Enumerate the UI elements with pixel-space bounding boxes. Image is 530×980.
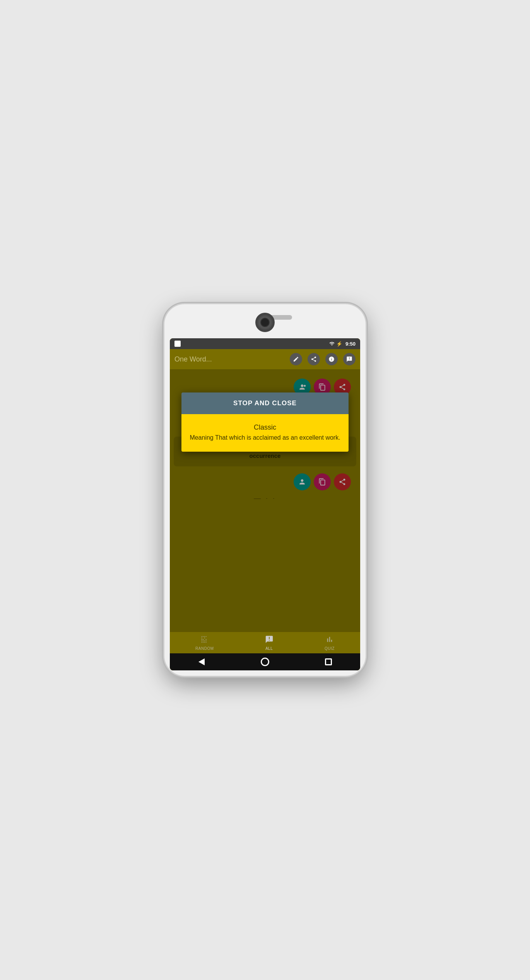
home-icon (261, 658, 269, 666)
toolbar-icons (290, 353, 356, 365)
dialog-box: STOP AND CLOSE Classic Meaning That whic… (181, 392, 349, 452)
back-button[interactable] (195, 656, 208, 668)
random-icon (200, 635, 209, 646)
nav-quiz[interactable]: QUIZ (325, 635, 335, 651)
quiz-icon (325, 635, 334, 646)
app-title: One Word... (174, 355, 290, 363)
status-icons: ⚡ 9:50 (329, 341, 356, 347)
dialog-body: Classic Meaning That which is acclaimed … (181, 414, 349, 452)
edit-icon[interactable] (290, 353, 302, 365)
nav-all[interactable]: ALL (265, 635, 274, 651)
all-icon (265, 635, 274, 646)
phone-frame: ⚡ 9:50 One Word... (164, 304, 366, 676)
home-button[interactable] (259, 656, 271, 668)
stop-close-button[interactable]: STOP AND CLOSE (233, 399, 297, 407)
main-content: Classic Meaning T... STOP AND CLOSE Clas… (170, 369, 360, 632)
status-bar: ⚡ 9:50 (170, 338, 360, 349)
back-icon (198, 658, 205, 665)
nav-all-label: ALL (265, 646, 273, 651)
recents-button[interactable] (322, 656, 335, 668)
android-icon (174, 341, 181, 347)
nav-random[interactable]: RANDOM (195, 635, 214, 651)
dialog-word: Classic (188, 423, 343, 432)
dialog-header[interactable]: STOP AND CLOSE (181, 392, 349, 414)
battery-icon: ⚡ (336, 341, 342, 347)
recents-icon (325, 658, 332, 665)
nav-quiz-label: QUIZ (325, 646, 335, 651)
dialog-definition: Meaning That which is acclaimed as an ex… (188, 433, 343, 442)
phone-screen: ⚡ 9:50 One Word... (170, 338, 360, 670)
status-time: 9:50 (345, 341, 356, 347)
bottom-nav: RANDOM ALL QUIZ (170, 632, 360, 653)
share-icon[interactable] (308, 353, 320, 365)
nav-random-label: RANDOM (195, 646, 214, 651)
info-icon[interactable] (325, 353, 338, 365)
message-icon[interactable] (343, 353, 356, 365)
app-toolbar: One Word... (170, 349, 360, 369)
signal-icon (329, 341, 335, 346)
camera (255, 313, 275, 332)
system-nav (170, 653, 360, 670)
dialog-overlay: STOP AND CLOSE Classic Meaning That whic… (170, 369, 360, 632)
